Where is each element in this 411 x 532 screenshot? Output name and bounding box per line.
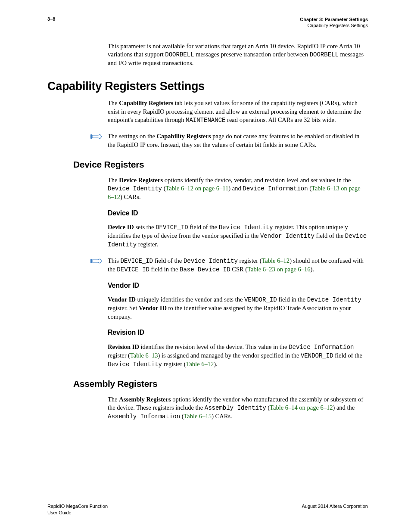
text: field of the xyxy=(153,257,184,264)
text: This xyxy=(108,257,120,264)
heading-capability-registers-settings: Capability Registers Settings xyxy=(47,80,368,93)
text: field of the xyxy=(333,352,362,359)
page-number: 3–8 xyxy=(47,16,55,22)
heading-assembly-registers: Assembly Registers xyxy=(73,379,368,389)
code: Assembly Information xyxy=(108,413,180,420)
heading-vendor-id: Vendor ID xyxy=(108,282,368,289)
footer-left: RapidIO MegaCore Function User Guide xyxy=(47,503,108,516)
code: DEVICE_ID xyxy=(156,224,188,231)
intro-paragraph: This parameter is not available for vari… xyxy=(108,42,368,68)
code: Device Information xyxy=(243,185,308,192)
code: Device Identity xyxy=(307,296,361,303)
text: register ( xyxy=(108,352,130,359)
code: Device Identity xyxy=(184,258,238,264)
link-table-6-14[interactable]: Table 6–14 on page 6–12 xyxy=(270,404,333,411)
text: register ( xyxy=(162,361,186,367)
text: ) and the xyxy=(333,404,355,411)
footer-right: August 2014 Altera Corporation xyxy=(302,503,368,516)
code: Device Identity xyxy=(219,224,273,231)
svg-rect-0 xyxy=(90,134,92,139)
text: ( xyxy=(162,185,165,192)
code: Device Identity xyxy=(108,185,162,192)
bold: Capability Registers xyxy=(157,133,211,140)
heading-device-registers: Device Registers xyxy=(73,159,368,170)
page-header: 3–8 Chapter 3: Parameter Settings Capabi… xyxy=(47,16,368,30)
text: sets the xyxy=(134,224,156,230)
text: options identify the device, vendor, and… xyxy=(163,177,351,184)
note-device-id: This DEVICE_ID field of the Device Ident… xyxy=(108,257,368,274)
bold: Revision ID xyxy=(108,343,139,350)
link-table-6-12c[interactable]: Table 6–12 xyxy=(186,361,214,367)
code: DOORBELL xyxy=(165,51,194,58)
header-right: Chapter 3: Parameter Settings Capability… xyxy=(300,16,368,29)
bold: Vendor ID xyxy=(139,305,167,311)
assembly-registers-paragraph: The Assembly Registers options identify … xyxy=(108,395,368,421)
link-table-6-13b[interactable]: Table 6–13 xyxy=(130,352,158,359)
text: ) is assigned and managed by the vendor … xyxy=(158,352,301,359)
doc-subtitle: User Guide xyxy=(47,510,72,515)
svg-rect-1 xyxy=(90,259,92,263)
code: Device Information xyxy=(289,344,354,351)
code: DEVICE_ID xyxy=(117,266,149,273)
link-table-6-12[interactable]: Table 6–12 on page 6–11 xyxy=(166,185,229,192)
text: identifies the revision level of the dev… xyxy=(139,343,289,350)
capability-paragraph: The Capability Registers tab lets you se… xyxy=(108,99,368,124)
text: ) and xyxy=(228,185,243,192)
code: VENDOR_ID xyxy=(244,296,277,303)
pointing-hand-icon xyxy=(90,258,103,264)
text: The xyxy=(108,177,119,184)
device-registers-paragraph: The Device Registers options identify th… xyxy=(108,176,368,202)
text: The xyxy=(108,396,119,403)
code: Vendor Identity xyxy=(260,233,314,240)
link-table-6-23[interactable]: Table 6–23 on page 6–16 xyxy=(247,266,310,273)
text: field in the xyxy=(149,266,180,273)
code: Device Identity xyxy=(108,361,162,368)
text: ( xyxy=(266,404,270,411)
bold: Device Registers xyxy=(119,177,163,184)
bold: Vendor ID xyxy=(108,296,136,303)
bold: Assembly Registers xyxy=(119,396,171,403)
text: ) CARs. xyxy=(120,193,141,200)
device-id-paragraph: Device ID sets the DEVICE_ID field of th… xyxy=(108,223,368,249)
link-table-6-15[interactable]: Table 6–15 xyxy=(184,413,212,420)
bold: Capability Registers xyxy=(119,100,173,106)
text: read operations. All CARs are 32 bits wi… xyxy=(225,116,336,123)
text: ). xyxy=(311,266,314,273)
text: register ( xyxy=(238,257,262,264)
text: field of the xyxy=(188,224,219,230)
chapter-title: Chapter 3: Parameter Settings xyxy=(300,16,368,22)
code: Base Device ID xyxy=(180,266,230,273)
code: DEVICE_ID xyxy=(120,258,153,264)
section-title: Capability Registers Settings xyxy=(300,22,368,28)
revision-id-paragraph: Revision ID identifies the revision leve… xyxy=(108,343,368,369)
heading-device-id: Device ID xyxy=(108,209,368,217)
text: field in the xyxy=(277,296,307,303)
code: VENDOR_ID xyxy=(301,352,333,359)
doc-title: RapidIO MegaCore Function xyxy=(47,504,108,509)
text: ( xyxy=(180,413,184,420)
text: ). xyxy=(214,361,217,367)
text: ( xyxy=(308,185,311,192)
text: ) CARs. xyxy=(212,413,232,420)
vendor-id-paragraph: Vendor ID uniquely identifies the vendor… xyxy=(108,296,368,321)
text: field of the xyxy=(314,232,345,239)
heading-revision-id: Revision ID xyxy=(108,329,368,336)
text: register. Set xyxy=(108,305,139,311)
link-table-6-12b[interactable]: Table 6–12 xyxy=(262,257,290,264)
bold: Device ID xyxy=(108,224,134,230)
code: DOORBELL xyxy=(310,51,339,58)
pointing-hand-icon xyxy=(90,133,103,140)
text: The settings on the xyxy=(108,133,157,140)
code: Assembly Identity xyxy=(205,404,266,411)
code: MAINTENANCE xyxy=(186,117,225,124)
text: uniquely identifies the vendor and sets … xyxy=(136,296,244,303)
text: CSR ( xyxy=(230,266,248,273)
note-capability: The settings on the Capability Registers… xyxy=(108,132,368,149)
text: The xyxy=(108,100,119,106)
page-footer: RapidIO MegaCore Function User Guide Aug… xyxy=(47,503,368,516)
text: register. xyxy=(137,241,158,248)
text: messages preserve transaction order betw… xyxy=(194,51,310,58)
